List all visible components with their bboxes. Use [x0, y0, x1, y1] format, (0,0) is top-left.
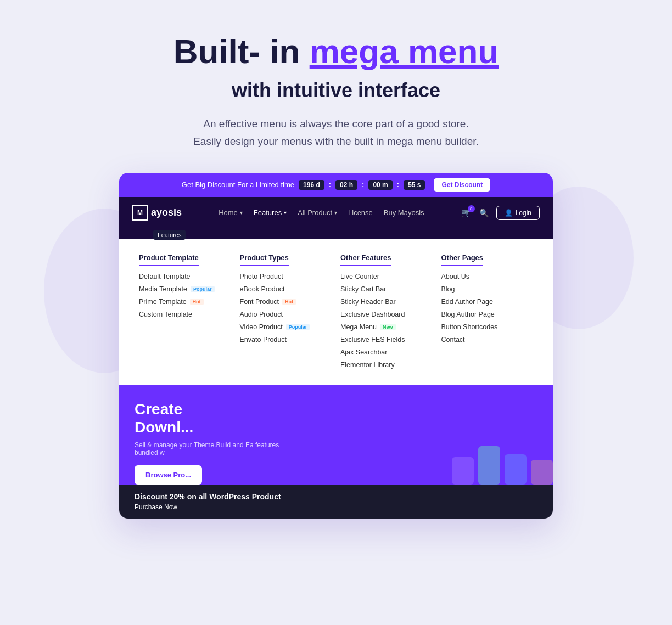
col-title-product-types: Product Types — [240, 254, 289, 266]
nav-buy[interactable]: Buy Mayosis — [384, 209, 424, 217]
mega-menu: Product Template Default Template Media … — [119, 239, 553, 385]
login-button[interactable]: 👤 Login — [496, 206, 540, 220]
menu-item-contact[interactable]: Contact — [441, 336, 534, 344]
menu-item-blog-author[interactable]: Blog Author Page — [441, 311, 534, 318]
col-title-other-features: Other Features — [340, 254, 391, 266]
nav-license[interactable]: License — [348, 209, 373, 217]
nav-features[interactable]: Features ▾ — [254, 209, 287, 217]
menu-item-photo-product[interactable]: Photo Product — [240, 273, 332, 280]
promo-bar: Discount 20% on all WordPress Product Pu… — [119, 485, 553, 519]
menu-item-edd-author[interactable]: Edd Author Page — [441, 298, 534, 306]
navbar: M ayosis Home ▾ Features ▾ All Product ▾… — [119, 197, 553, 229]
menu-item-blog[interactable]: Blog — [441, 285, 534, 293]
cart-icon[interactable]: 🛒 8 — [461, 208, 472, 218]
badge-hot: Hot — [190, 299, 204, 305]
shape-3 — [505, 454, 527, 485]
hero-content-sub: Sell & manage your Theme.Build and Ea fe… — [135, 441, 288, 457]
menu-item-ebook-product[interactable]: eBook Product — [240, 285, 332, 293]
badge-new: New — [380, 324, 396, 330]
menu-item-media-template[interactable]: Media Template Popular — [139, 285, 231, 293]
menu-item-font-product[interactable]: Font Product Hot — [240, 298, 332, 306]
menu-item-live-counter[interactable]: Live Counter — [340, 273, 433, 280]
menu-item-exclusive-dashboard[interactable]: Exclusive Dashboard — [340, 311, 433, 318]
col-title-product-template: Product Template — [139, 254, 199, 266]
menu-item-custom-template[interactable]: Custom Template — [139, 311, 231, 318]
hero-desc-line2: Easily design your menus with the built … — [193, 136, 479, 147]
hero-content: Create Downl... Sell & manage your Theme… — [119, 385, 553, 485]
browser-mockup: Get Big Discount For a Limited time 196 … — [119, 173, 553, 519]
countdown-hours: 02 h — [335, 180, 357, 190]
countdown-seconds: 55 s — [404, 180, 425, 190]
menu-item-prime-template[interactable]: Prime Template Hot — [139, 298, 231, 306]
get-discount-button[interactable]: Get Discount — [434, 178, 490, 192]
hero-content-title: Create Downl... — [135, 400, 310, 437]
hero-title-accent: mega menu — [310, 32, 499, 70]
hero-section: Built- in mega menu with intuitive inter… — [173, 33, 499, 151]
purchase-link[interactable]: Purchase Now — [135, 503, 537, 511]
menu-item-sticky-cart[interactable]: Sticky Cart Bar — [340, 285, 433, 293]
shape-4 — [531, 460, 553, 485]
features-tooltip: Features — [153, 230, 186, 240]
nav-home[interactable]: Home ▾ — [219, 209, 243, 217]
top-bar: Get Big Discount For a Limited time 196 … — [119, 173, 553, 197]
logo-letter: M — [137, 209, 143, 217]
hero-desc: An effective menu is always the core par… — [173, 115, 499, 151]
badge-hot: Hot — [282, 299, 296, 305]
countdown-days: 196 d — [299, 180, 324, 190]
hero-title-plain: Built- in — [173, 32, 310, 70]
topbar-label: Get Big Discount For a Limited time — [182, 181, 294, 189]
logo-box: M — [132, 205, 148, 221]
cart-badge: 8 — [468, 205, 475, 212]
nav-links: Home ▾ Features ▾ All Product ▾ License … — [219, 209, 424, 217]
logo: M ayosis — [132, 205, 182, 221]
menu-item-default-template[interactable]: Default Template — [139, 273, 231, 280]
shape-1 — [452, 457, 474, 485]
logo-name: ayosis — [151, 207, 182, 218]
menu-item-mega-menu[interactable]: Mega Menu New — [340, 323, 433, 331]
hero-desc-line1: An effective menu is always the core par… — [203, 118, 468, 129]
mega-col-product-types: Product Types Photo Product eBook Produc… — [236, 252, 337, 374]
chevron-down-icon: ▾ — [334, 210, 337, 216]
menu-item-button-shortcodes[interactable]: Button Shortcodes — [441, 323, 534, 331]
person-icon: 👤 — [505, 209, 513, 217]
hero-title: Built- in mega menu — [173, 33, 499, 70]
shape-2 — [478, 446, 500, 485]
hero-line2: Downl — [135, 419, 181, 436]
col-title-other-pages: Other Pages — [441, 254, 484, 266]
countdown-minutes: 00 m — [368, 180, 392, 190]
menu-item-video-product[interactable]: Video Product Popular — [240, 323, 332, 331]
browse-button[interactable]: Browse Pro... — [135, 465, 202, 485]
menu-item-exclusive-fes[interactable]: Exclusive FES Fields — [340, 336, 433, 344]
menu-item-elementor-library[interactable]: Elementor Library — [340, 361, 433, 369]
mega-col-product-template: Product Template Default Template Media … — [135, 252, 236, 374]
menu-item-sticky-header[interactable]: Sticky Header Bar — [340, 298, 433, 306]
menu-item-ajax-searchbar[interactable]: Ajax Searchbar — [340, 348, 433, 356]
menu-item-envato-product[interactable]: Envato Product — [240, 336, 332, 344]
badge-popular: Popular — [286, 324, 310, 330]
nav-right: 🛒 8 🔍 👤 Login — [461, 206, 540, 220]
nav-all-product[interactable]: All Product ▾ — [298, 209, 337, 217]
menu-item-audio-product[interactable]: Audio Product — [240, 311, 332, 318]
search-icon[interactable]: 🔍 — [479, 209, 489, 217]
decorative-shapes — [452, 446, 553, 485]
hero-subtitle: with intuitive interface — [173, 79, 499, 102]
badge-popular: Popular — [191, 286, 215, 292]
mega-col-other-pages: Other Pages About Us Blog Edd Author Pag… — [437, 252, 538, 374]
menu-item-about-us[interactable]: About Us — [441, 273, 534, 280]
chevron-down-icon: ▾ — [240, 210, 243, 216]
chevron-down-icon: ▾ — [284, 210, 287, 216]
hero-line1: Create — [135, 401, 182, 418]
promo-text: Discount 20% on all WordPress Product — [135, 492, 537, 501]
mega-col-other-features: Other Features Live Counter Sticky Cart … — [336, 252, 437, 374]
